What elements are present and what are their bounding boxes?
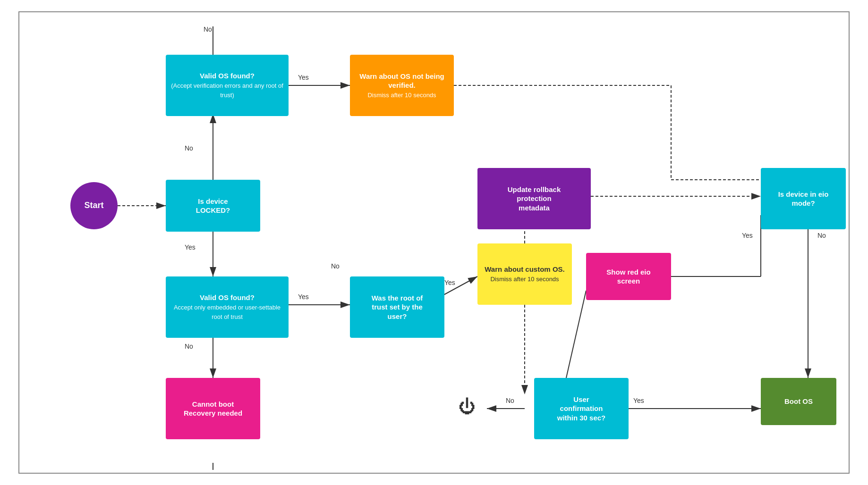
label-yes-locked: Yes: [185, 243, 196, 251]
label-yes-warn: Yes: [298, 74, 309, 81]
boot-os-node: Boot OS: [761, 378, 836, 425]
valid-os-unlocked-node: Valid OS found?(Accept verification erro…: [166, 55, 289, 116]
warn-os-node: Warn about OS not being verified.Dismiss…: [350, 55, 454, 116]
warn-custom-node: Warn about custom OS.Dismiss after 10 se…: [477, 243, 572, 305]
start-node: Start: [70, 182, 118, 229]
show-red-eio-node: Show red eioscreen: [586, 253, 671, 300]
valid-os-locked-node: Valid OS found?Accept only embedded or u…: [166, 276, 289, 338]
power-icon: ⏻: [459, 397, 476, 417]
label-no-top: No: [204, 25, 212, 33]
label-yes-custom: Yes: [444, 279, 455, 286]
diagram-container: Start Valid OS found?(Accept verificatio…: [18, 11, 850, 474]
label-yes-boot: Yes: [633, 397, 644, 404]
label-yes-eio: Yes: [742, 232, 753, 239]
update-rollback-node: Update rollbackprotectionmetadata: [477, 168, 591, 229]
label-no-power: No: [506, 397, 514, 404]
label-yes-rot: Yes: [298, 293, 309, 301]
label-no-cannot: No: [185, 343, 193, 350]
label-no-eio: No: [817, 232, 826, 239]
label-no-rot: No: [331, 262, 340, 270]
device-eio-node: Is device in eiomode?: [761, 168, 846, 229]
cannot-boot-node: Cannot bootRecovery needed: [166, 378, 260, 439]
root-of-trust-node: Was the root oftrust set by theuser?: [350, 276, 444, 338]
label-no-locked-up: No: [185, 144, 193, 152]
user-confirm-node: Userconfirmationwithin 30 sec?: [534, 378, 629, 439]
device-locked-node: Is deviceLOCKED?: [166, 180, 260, 232]
